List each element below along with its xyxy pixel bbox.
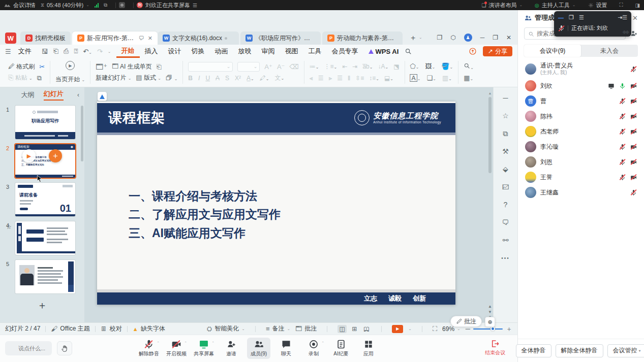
font-color-icon[interactable]: A̲⌄ (247, 75, 254, 82)
insert-picture-icon[interactable]: 🖼⌄ (425, 63, 436, 70)
wps-ai-float-button[interactable] (98, 92, 107, 101)
increase-indent-icon[interactable]: ⇥ (352, 63, 357, 70)
tab-current-presentation[interactable]: P 新-应用写作-第一课（ 🗩 ✕ (72, 31, 158, 45)
restore-window-icon[interactable]: ❐ (493, 34, 498, 41)
record-button[interactable]: 录制⌃ (302, 338, 325, 359)
camera-off-icon[interactable] (630, 174, 637, 181)
play-slide-overlay-button[interactable]: ▶ (22, 149, 36, 162)
member-row[interactable]: 杰老师 (518, 124, 644, 139)
smart-beautify-button[interactable]: ⛭智能美化⌄ (207, 324, 245, 333)
comments-button[interactable]: 🗔批注 (295, 324, 317, 333)
thumbnail-scrollbar[interactable] (81, 106, 83, 161)
menu-transition[interactable]: 切换 (187, 45, 210, 58)
settings-button[interactable]: 设置 (588, 2, 607, 9)
chat-input[interactable] (5, 341, 52, 355)
host-tools-button[interactable]: ◎ 主持人工具 ⌄ (535, 2, 575, 9)
line-spacing-icon[interactable]: ↕≡⌄ (369, 75, 379, 82)
theme-button[interactable]: 🖌Office 主题 (51, 324, 89, 333)
member-row[interactable]: 王誉 (518, 170, 644, 185)
tab-list-chevron-icon[interactable]: ⌄ (419, 36, 422, 39)
cloud-upload-icon[interactable] (469, 47, 477, 55)
align-text-icon[interactable]: ⬓⌄ (384, 75, 393, 82)
member-row[interactable]: 王继鑫 (518, 185, 644, 200)
hide-strip-icon[interactable]: ─ (501, 93, 510, 103)
menu-animation[interactable]: 动画 (210, 45, 233, 58)
member-row[interactable]: 陈祎 (518, 109, 644, 124)
properties-panel-icon[interactable]: ⧉ (501, 129, 510, 138)
zoom-in-icon[interactable]: ＋ (506, 325, 512, 332)
align-right-icon[interactable]: ⫸ (328, 75, 332, 82)
bold-icon[interactable]: B (188, 75, 193, 82)
account-avatar[interactable]: ♟ (464, 34, 472, 42)
panel-toggle-button[interactable]: ◨ (635, 3, 640, 8)
zoom-slider[interactable] (473, 328, 503, 330)
vertical-text-icon[interactable]: ↓A⌄ (378, 63, 388, 70)
import-outline-icon[interactable]: ⎗ (157, 63, 162, 70)
speaker-float-window[interactable]: — ❐ ☰ ⇥☰ 正在讲话: 刘欣 ◆◆ (554, 11, 631, 37)
mic-muted-icon[interactable] (619, 128, 626, 135)
minimize-window-icon[interactable]: ─ (480, 34, 485, 41)
paste-button[interactable]: ⎘ 粘贴 ⌄ (8, 74, 33, 82)
presenter-layout-button[interactable]: ❏ 演讲者布局 ⌄ (481, 2, 523, 9)
undo-icon[interactable]: ↶⌄ (83, 48, 92, 55)
smartart-convert-icon[interactable]: ⬔ (393, 63, 399, 70)
new-tab-button[interactable]: ＋ (409, 33, 417, 43)
copy-icon[interactable]: ⧉ (37, 75, 42, 81)
print-preview-icon[interactable]: ⍰ (74, 47, 78, 55)
grid-view-icon[interactable]: ⊞ (350, 325, 359, 333)
increase-font-icon[interactable]: A⁺ (264, 63, 272, 70)
thumbnail-slide-4[interactable]: 4 (6, 221, 79, 255)
italic-icon[interactable]: I (198, 75, 200, 82)
mic-muted-icon[interactable] (619, 174, 626, 181)
members-button[interactable]: 成员(9) (247, 338, 270, 359)
member-row[interactable]: 曹 曹 (518, 93, 644, 109)
menu-home[interactable]: 开始 (116, 45, 140, 58)
menu-tools[interactable]: 工具 (303, 45, 327, 58)
member-row[interactable]: 通识-曹义兵(主持人, 我) (518, 60, 644, 78)
camera-off-icon[interactable] (630, 128, 637, 135)
unmute-all-button[interactable]: 解除全体静音 (556, 344, 603, 357)
slideshow-play-button[interactable]: ▶ (392, 325, 403, 333)
shape-library-icon[interactable]: ⬙ (501, 164, 510, 174)
proofread-button[interactable]: 🗏校对 (101, 324, 122, 333)
shadow-icon[interactable]: S (225, 75, 229, 82)
thumbnail-slide-1[interactable]: 1 职场应用写作 (6, 106, 79, 139)
pane-toggle-icon[interactable]: ▦⌄ (464, 75, 473, 81)
mic-muted-icon[interactable] (630, 66, 637, 73)
integration-box-icon[interactable]: ⬡ (450, 34, 455, 41)
minimize-view-icon[interactable]: — (558, 15, 564, 21)
menu-wps-ai[interactable]: WPS AI (363, 45, 404, 58)
tab-docer[interactable]: D 找稻壳模板 (20, 31, 71, 45)
number-list-icon[interactable]: ⋮≡⌄ (324, 63, 338, 70)
menu-slideshow[interactable]: 放映 (233, 45, 257, 58)
zoom-slider-knob[interactable] (490, 326, 495, 331)
invite-button[interactable]: 邀请 (220, 338, 243, 359)
close-panel-icon[interactable]: ✕ (632, 14, 638, 22)
decrease-font-icon[interactable]: A⁻ (277, 63, 285, 70)
new-slide-button[interactable]: 新建幻灯片 ⌄ (96, 74, 131, 82)
zoom-fit-button[interactable]: ⊕ (485, 317, 495, 327)
sharing-status[interactable]: 刘 刘欣正在共享屏幕 ☰ (137, 2, 197, 9)
screen-sharing-icon[interactable] (608, 83, 615, 89)
normal-view-icon[interactable]: ◫ (338, 325, 347, 333)
tab-labor-presentation[interactable]: P 劳动能力与素养-第一次课 刘 (322, 31, 403, 45)
text-box-icon[interactable]: 🄰⌄ (410, 75, 421, 82)
security-lock-icon[interactable] (119, 2, 125, 8)
notes-button[interactable]: ≡备注⌄ (266, 324, 290, 333)
justify-icon[interactable]: ☰ (337, 75, 343, 82)
menu-review[interactable]: 审阅 (257, 45, 280, 58)
feedback-icon[interactable]: 🗨 (501, 218, 510, 227)
highlight-icon[interactable]: 🖍⌄ (260, 75, 269, 82)
tab-syllabus-doc[interactable]: W 《职场应用写作》课程教学大 (240, 31, 321, 45)
mic-muted-icon[interactable] (619, 159, 626, 166)
unmute-button[interactable]: 解除静音⌃ (137, 338, 161, 359)
redo-icon[interactable]: ↷ (97, 48, 103, 55)
canvas-scrollbar[interactable]: ▲ (488, 91, 492, 308)
clear-format-icon[interactable]: ⌫ (289, 63, 298, 70)
wps-logo[interactable]: W (5, 32, 16, 44)
start-video-button[interactable]: 开启视频⌃ (165, 338, 188, 359)
decrease-indent-icon[interactable]: ⇤ (342, 63, 347, 70)
close-tab-icon[interactable]: ✕ (148, 35, 152, 42)
close-window-icon[interactable]: ✕ (506, 34, 511, 41)
resource-icon[interactable]: ⚯ (501, 236, 510, 245)
